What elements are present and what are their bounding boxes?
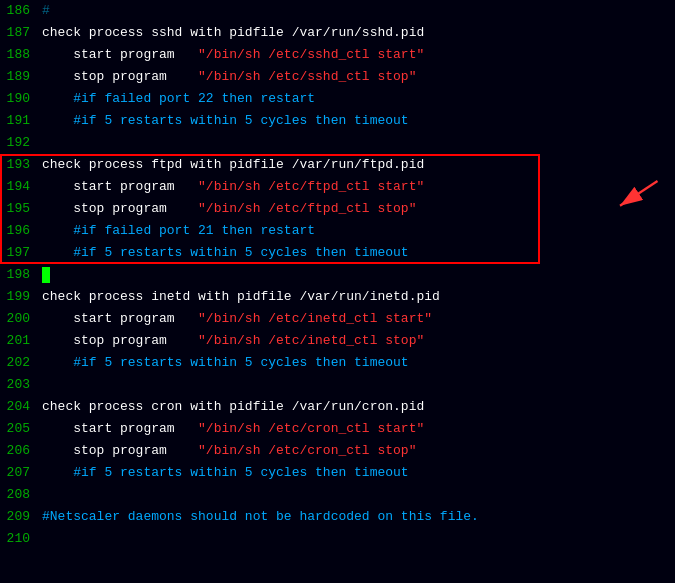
line-209: 209 #Netscaler daemons should not be har… <box>0 506 675 528</box>
line-num-199: 199 <box>0 286 38 308</box>
line-195: 195 stop program "/bin/sh /etc/ftpd_ctl … <box>0 198 675 220</box>
line-content-202: #if 5 restarts within 5 cycles then time… <box>38 352 675 374</box>
line-num-186: 186 <box>0 0 38 22</box>
line-content-195: stop program "/bin/sh /etc/ftpd_ctl stop… <box>38 198 675 220</box>
line-num-208: 208 <box>0 484 38 506</box>
line-content-205: start program "/bin/sh /etc/cron_ctl sta… <box>38 418 675 440</box>
line-content-196: #if failed port 21 then restart <box>38 220 675 242</box>
line-num-201: 201 <box>0 330 38 352</box>
line-198: 198 <box>0 264 675 286</box>
line-content-190: #if failed port 22 then restart <box>38 88 675 110</box>
line-num-202: 202 <box>0 352 38 374</box>
line-content-203 <box>38 374 675 396</box>
line-content-200: start program "/bin/sh /etc/inetd_ctl st… <box>38 308 675 330</box>
line-content-198 <box>38 264 675 286</box>
line-num-197: 197 <box>0 242 38 264</box>
line-content-192 <box>38 132 675 154</box>
line-content-210 <box>38 528 675 550</box>
line-210: 210 <box>0 528 675 550</box>
line-num-198: 198 <box>0 264 38 286</box>
line-num-205: 205 <box>0 418 38 440</box>
line-num-200: 200 <box>0 308 38 330</box>
line-content-204: check process cron with pidfile /var/run… <box>38 396 675 418</box>
line-content-189: stop program "/bin/sh /etc/sshd_ctl stop… <box>38 66 675 88</box>
line-content-191: #if 5 restarts within 5 cycles then time… <box>38 110 675 132</box>
line-num-206: 206 <box>0 440 38 462</box>
line-num-192: 192 <box>0 132 38 154</box>
line-num-191: 191 <box>0 110 38 132</box>
line-content-193: check process ftpd with pidfile /var/run… <box>38 154 675 176</box>
line-199: 199 check process inetd with pidfile /va… <box>0 286 675 308</box>
line-content-207: #if 5 restarts within 5 cycles then time… <box>38 462 675 484</box>
line-num-204: 204 <box>0 396 38 418</box>
line-188: 188 start program "/bin/sh /etc/sshd_ctl… <box>0 44 675 66</box>
line-206: 206 stop program "/bin/sh /etc/cron_ctl … <box>0 440 675 462</box>
line-content-209: #Netscaler daemons should not be hardcod… <box>38 506 675 528</box>
line-num-196: 196 <box>0 220 38 242</box>
line-196: 196 #if failed port 21 then restart <box>0 220 675 242</box>
line-content-194: start program "/bin/sh /etc/ftpd_ctl sta… <box>38 176 675 198</box>
line-content-187: check process sshd with pidfile /var/run… <box>38 22 675 44</box>
line-193: 193 check process ftpd with pidfile /var… <box>0 154 675 176</box>
line-197: 197 #if 5 restarts within 5 cycles then … <box>0 242 675 264</box>
line-203: 203 <box>0 374 675 396</box>
line-190: 190 #if failed port 22 then restart <box>0 88 675 110</box>
line-num-190: 190 <box>0 88 38 110</box>
svg-line-1 <box>620 181 658 206</box>
line-204: 204 check process cron with pidfile /var… <box>0 396 675 418</box>
line-content-201: stop program "/bin/sh /etc/inetd_ctl sto… <box>38 330 675 352</box>
line-207: 207 #if 5 restarts within 5 cycles then … <box>0 462 675 484</box>
line-191: 191 #if 5 restarts within 5 cycles then … <box>0 110 675 132</box>
line-192: 192 <box>0 132 675 154</box>
code-editor: 186 # 187 check process sshd with pidfil… <box>0 0 675 583</box>
line-num-189: 189 <box>0 66 38 88</box>
cursor-block <box>42 267 50 283</box>
line-186: 186 # <box>0 0 675 22</box>
line-num-195: 195 <box>0 198 38 220</box>
line-content-186: # <box>38 0 675 22</box>
line-202: 202 #if 5 restarts within 5 cycles then … <box>0 352 675 374</box>
line-201: 201 stop program "/bin/sh /etc/inetd_ctl… <box>0 330 675 352</box>
line-187: 187 check process sshd with pidfile /var… <box>0 22 675 44</box>
line-200: 200 start program "/bin/sh /etc/inetd_ct… <box>0 308 675 330</box>
line-num-209: 209 <box>0 506 38 528</box>
line-208: 208 <box>0 484 675 506</box>
line-num-210: 210 <box>0 528 38 550</box>
line-num-187: 187 <box>0 22 38 44</box>
line-num-188: 188 <box>0 44 38 66</box>
line-content-199: check process inetd with pidfile /var/ru… <box>38 286 675 308</box>
arrow-indicator <box>605 176 665 220</box>
line-num-194: 194 <box>0 176 38 198</box>
line-189: 189 stop program "/bin/sh /etc/sshd_ctl … <box>0 66 675 88</box>
line-content-197: #if 5 restarts within 5 cycles then time… <box>38 242 675 264</box>
line-num-207: 207 <box>0 462 38 484</box>
line-194: 194 start program "/bin/sh /etc/ftpd_ctl… <box>0 176 675 198</box>
line-content-206: stop program "/bin/sh /etc/cron_ctl stop… <box>38 440 675 462</box>
line-205: 205 start program "/bin/sh /etc/cron_ctl… <box>0 418 675 440</box>
line-num-203: 203 <box>0 374 38 396</box>
line-content-188: start program "/bin/sh /etc/sshd_ctl sta… <box>38 44 675 66</box>
line-num-193: 193 <box>0 154 38 176</box>
line-content-208 <box>38 484 675 506</box>
